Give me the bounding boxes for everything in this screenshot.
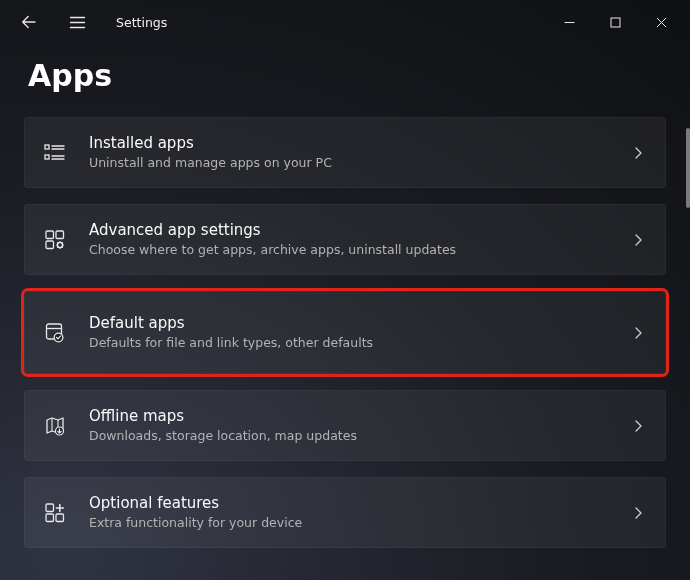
default-apps-icon	[41, 319, 69, 347]
scrollbar[interactable]	[686, 128, 690, 208]
svg-rect-12	[56, 514, 64, 522]
page-title: Apps	[28, 58, 690, 93]
nav-menu-button[interactable]	[62, 7, 92, 37]
chevron-right-icon	[629, 144, 647, 162]
close-button[interactable]	[638, 6, 684, 38]
chevron-right-icon	[629, 231, 647, 249]
chevron-right-icon	[629, 324, 647, 342]
settings-list: Installed apps Uninstall and manage apps…	[0, 117, 690, 548]
row-default-apps[interactable]: Default apps Defaults for file and link …	[24, 291, 666, 374]
svg-rect-0	[611, 18, 620, 27]
svg-rect-2	[45, 155, 49, 159]
close-icon	[656, 17, 667, 28]
back-button[interactable]	[14, 7, 44, 37]
arrow-left-icon	[21, 14, 37, 30]
row-title: Optional features	[89, 494, 629, 513]
row-subtitle: Uninstall and manage apps on your PC	[89, 155, 629, 171]
chevron-right-icon	[629, 417, 647, 435]
row-title: Default apps	[89, 314, 629, 333]
row-subtitle: Defaults for file and link types, other …	[89, 335, 629, 351]
minimize-button[interactable]	[546, 6, 592, 38]
svg-rect-4	[56, 231, 64, 239]
titlebar: Settings	[0, 0, 690, 44]
svg-rect-3	[46, 231, 54, 239]
svg-rect-10	[46, 504, 54, 512]
row-title: Installed apps	[89, 134, 629, 153]
chevron-right-icon	[629, 504, 647, 522]
advanced-settings-icon	[41, 226, 69, 254]
window-title: Settings	[116, 15, 167, 30]
row-title: Advanced app settings	[89, 221, 629, 240]
installed-apps-icon	[41, 139, 69, 167]
svg-rect-1	[45, 145, 49, 149]
row-title: Offline maps	[89, 407, 629, 426]
row-subtitle: Choose where to get apps, archive apps, …	[89, 242, 629, 258]
maximize-button[interactable]	[592, 6, 638, 38]
optional-features-icon	[41, 499, 69, 527]
row-subtitle: Extra functionality for your device	[89, 515, 629, 531]
row-offline-maps[interactable]: Offline maps Downloads, storage location…	[24, 390, 666, 461]
svg-rect-5	[46, 241, 54, 249]
row-subtitle: Downloads, storage location, map updates	[89, 428, 629, 444]
row-optional-features[interactable]: Optional features Extra functionality fo…	[24, 477, 666, 548]
row-installed-apps[interactable]: Installed apps Uninstall and manage apps…	[24, 117, 666, 188]
offline-maps-icon	[41, 412, 69, 440]
minimize-icon	[564, 17, 575, 28]
svg-rect-11	[46, 514, 54, 522]
row-advanced-app-settings[interactable]: Advanced app settings Choose where to ge…	[24, 204, 666, 275]
maximize-icon	[610, 17, 621, 28]
hamburger-icon	[69, 14, 86, 31]
